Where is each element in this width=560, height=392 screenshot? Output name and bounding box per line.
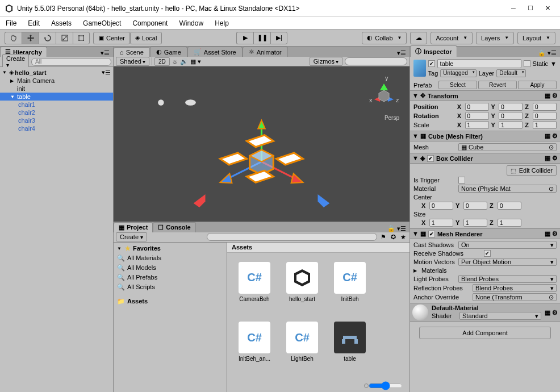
mode-2d-toggle[interactable]: 2D	[154, 57, 170, 66]
add-component-button[interactable]: Add Component	[419, 327, 551, 339]
receive-shadows-checkbox[interactable]: ✔	[484, 250, 491, 257]
favorites-label[interactable]: ▼★ Favorites	[114, 244, 227, 253]
fav-item[interactable]: 🔍All Scripts	[114, 282, 227, 292]
inspector-menu-icon[interactable]: 🔒 ▾☰	[534, 49, 560, 57]
edit-collider-button[interactable]: ⬚ Edit Collider	[507, 165, 557, 176]
assets-folder[interactable]: 📁 Assets	[114, 297, 227, 306]
hierarchy-item[interactable]: chair3	[0, 116, 113, 124]
project-tab[interactable]: ▦ Project	[114, 222, 153, 232]
asset-item[interactable]: hello_start	[284, 262, 320, 302]
layers-dropdown[interactable]: Layers▼	[476, 32, 514, 44]
asset-item[interactable]: C#InitBeh	[332, 262, 368, 302]
tab-game[interactable]: ◐ Game	[150, 47, 187, 57]
play-button[interactable]: ▶	[236, 32, 253, 44]
shader-dropdown[interactable]: Standard▾	[459, 312, 541, 320]
project-menu-icon[interactable]: 🔒 ▾☰	[384, 225, 409, 232]
fav-item[interactable]: 🔍All Models	[114, 263, 227, 273]
step-button[interactable]: ▶|	[270, 32, 287, 44]
physicmat-field[interactable]: None (Physic Mat⊙	[458, 185, 557, 193]
scene-search-input[interactable]	[345, 57, 407, 65]
active-checkbox[interactable]: ✔	[428, 60, 435, 67]
inspector-tab[interactable]: ⓘ Inspector	[410, 45, 457, 57]
console-tab[interactable]: ☐ Console	[153, 222, 195, 232]
account-dropdown[interactable]: Account▼	[431, 32, 473, 44]
filter-icon[interactable]: ⚑	[379, 233, 387, 241]
scene-root[interactable]: ▼◈ hello_start▾☰	[0, 68, 113, 77]
layer-dropdown[interactable]: Default	[496, 69, 526, 77]
scale-z[interactable]	[533, 121, 557, 129]
boxcollider-header[interactable]: ▼ ◈ ✔ Box Collider▦ ⚙	[410, 153, 560, 164]
reflprobes-dropdown[interactable]: Blend Probes▾	[473, 284, 557, 292]
trigger-checkbox[interactable]	[458, 177, 465, 184]
hierarchy-search-input[interactable]	[31, 58, 111, 66]
tab-asset-store[interactable]: 🛒 Asset Store	[187, 47, 243, 57]
size-z[interactable]	[498, 219, 521, 227]
material-header[interactable]: Default-Material ShaderStandard▾ ▦ ⚙	[410, 303, 560, 322]
maximize-button[interactable]: ☐	[527, 5, 534, 12]
meshfilter-header[interactable]: ▼ ▦ Cube (Mesh Filter)▦ ⚙	[410, 131, 560, 141]
scene-gizmo-icon[interactable]: y x z	[364, 72, 404, 112]
move-tool[interactable]	[22, 32, 39, 44]
pos-x[interactable]	[465, 103, 489, 111]
static-checkbox[interactable]	[524, 60, 530, 67]
asset-item[interactable]: table	[332, 322, 368, 362]
cast-shadows-dropdown[interactable]: On▾	[458, 241, 557, 249]
motion-dropdown[interactable]: Per Object Motion▾	[458, 258, 557, 266]
hierarchy-item[interactable]: ▶Main Camera	[0, 77, 113, 85]
menu-file[interactable]: File	[3, 18, 19, 28]
filter-icon[interactable]: ★	[399, 233, 407, 241]
hierarchy-item-selected[interactable]: ▼table	[0, 93, 113, 101]
tab-animator[interactable]: ⚛ Animator	[243, 47, 288, 57]
mesh-field[interactable]: ▦ Cube⊙	[458, 143, 557, 151]
hand-tool[interactable]	[5, 32, 22, 44]
gameobject-icon[interactable]	[413, 60, 426, 77]
scale-y[interactable]	[499, 121, 523, 129]
rot-z[interactable]	[533, 112, 557, 120]
menu-gameobject[interactable]: GameObject	[81, 18, 123, 28]
rot-y[interactable]	[499, 112, 523, 120]
center-y[interactable]	[463, 202, 487, 210]
project-search-input[interactable]	[207, 233, 377, 241]
hierarchy-item[interactable]: chair2	[0, 109, 113, 116]
cloud-button[interactable]: ☁	[410, 32, 427, 44]
minimize-button[interactable]: ─	[510, 5, 517, 12]
scene-menu-icon[interactable]: ▾☰	[394, 49, 409, 57]
anchor-field[interactable]: None (Transform⊙	[473, 293, 557, 301]
hierarchy-menu-icon[interactable]: ▾☰	[97, 49, 113, 57]
menu-help[interactable]: Help	[212, 18, 231, 28]
menu-window[interactable]: Window	[177, 18, 206, 28]
scale-x[interactable]	[465, 121, 489, 129]
asset-item[interactable]: C#CameraBeh	[236, 262, 273, 302]
light-toggle-icon[interactable]: ☼	[172, 58, 178, 65]
asset-item[interactable]: C#LightBeh	[284, 322, 320, 362]
collab-dropdown[interactable]: ◐ Collab▼	[362, 32, 407, 44]
assets-breadcrumb[interactable]: Assets	[227, 243, 409, 253]
meshrenderer-header[interactable]: ▼ ▦ ✔ Mesh Renderer▦ ⚙	[410, 228, 560, 239]
audio-toggle-icon[interactable]: 🔊	[180, 58, 188, 65]
pos-z[interactable]	[533, 103, 557, 111]
rot-x[interactable]	[465, 112, 489, 120]
filter-icon[interactable]: ✪	[390, 233, 397, 241]
pivot-local[interactable]: ◈ Local	[130, 32, 162, 44]
fav-item[interactable]: 🔍All Materials	[114, 253, 227, 263]
gizmos-dropdown[interactable]: Gizmos ▾	[310, 57, 342, 66]
fx-toggle-icon[interactable]: ▦ ▾	[190, 58, 201, 65]
pivot-center[interactable]: ▣ Center	[93, 32, 130, 44]
size-y[interactable]	[463, 219, 487, 227]
center-z[interactable]	[498, 202, 521, 210]
close-button[interactable]: ✕	[544, 5, 551, 12]
name-field[interactable]	[437, 59, 521, 68]
hierarchy-item[interactable]: init	[0, 85, 113, 93]
prefab-select-button[interactable]: Select	[438, 81, 477, 89]
rect-tool[interactable]	[73, 32, 90, 44]
menu-component[interactable]: Component	[130, 18, 170, 28]
layout-dropdown[interactable]: Layout▼	[517, 32, 555, 44]
pos-y[interactable]	[499, 103, 523, 111]
scene-view[interactable]: y x z Persp	[114, 66, 409, 222]
rotate-tool[interactable]	[39, 32, 56, 44]
scale-tool[interactable]	[56, 32, 73, 44]
prefab-revert-button[interactable]: Revert	[478, 81, 517, 89]
shaded-dropdown[interactable]: Shaded ▾	[116, 57, 149, 66]
asset-item[interactable]: C#InitBeh_an...	[236, 322, 273, 362]
tag-dropdown[interactable]: Untagged	[440, 69, 476, 77]
